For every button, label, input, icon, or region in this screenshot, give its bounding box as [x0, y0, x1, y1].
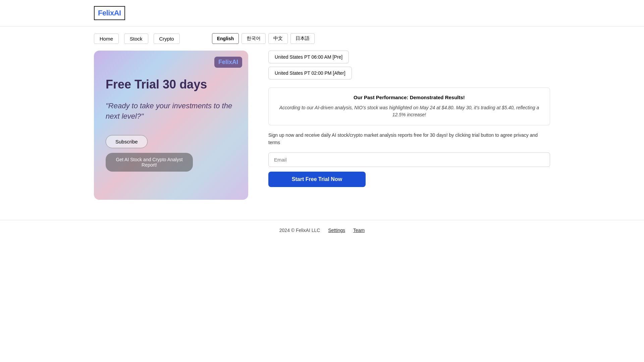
language-selector: English 한국어 中文 日本語	[212, 33, 315, 44]
banner-logo: FelixAI	[214, 57, 242, 68]
logo: FelixAI	[94, 6, 125, 20]
performance-title: Our Past Performance: Demonstrated Resul…	[277, 95, 542, 100]
performance-box: Our Past Performance: Demonstrated Resul…	[268, 87, 550, 125]
hero-banner: FelixAI Free Trial 30 days "Ready to tak…	[94, 51, 248, 200]
footer-settings-link[interactable]: Settings	[328, 228, 345, 233]
lang-japanese[interactable]: 日本語	[290, 33, 315, 44]
nav-stock[interactable]: Stock	[124, 34, 148, 44]
footer-copyright: 2024 © FelixAI LLC	[279, 228, 320, 233]
footer: 2024 © FelixAI LLC Settings Team	[0, 220, 644, 240]
nav: Home Stock Crypto English 한국어 中文 日本語	[0, 26, 644, 51]
start-trial-button[interactable]: Start Free Trial Now	[268, 172, 366, 187]
free-trial-subtitle: "Ready to take your investments to the n…	[106, 101, 236, 122]
header: FelixAI	[0, 0, 644, 26]
footer-team-link[interactable]: Team	[353, 228, 365, 233]
lang-english[interactable]: English	[212, 33, 239, 44]
lang-chinese[interactable]: 中文	[268, 33, 288, 44]
banner-logo-text: Felix	[218, 59, 232, 65]
nav-home[interactable]: Home	[94, 34, 119, 44]
right-panel: United States PT 06:00 AM [Pre] United S…	[268, 51, 550, 187]
free-trial-title: Free Trial 30 days	[106, 77, 236, 92]
get-report-button[interactable]: Get AI Stock and Crypto Analyst Report!	[106, 153, 193, 172]
email-field[interactable]	[268, 153, 550, 167]
lang-korean[interactable]: 한국어	[241, 33, 266, 44]
performance-text: According to our AI-driven analysis, NIO…	[277, 104, 542, 118]
nav-crypto[interactable]: Crypto	[154, 34, 180, 44]
subscribe-button[interactable]: Subscribe	[106, 135, 148, 148]
time-badge-pre: United States PT 06:00 AM [Pre]	[268, 51, 349, 63]
logo-text: Felix	[98, 9, 114, 17]
main-content: FelixAI Free Trial 30 days "Ready to tak…	[0, 51, 644, 200]
signup-description: Sign up now and receive daily AI stock/c…	[268, 131, 550, 146]
banner-logo-highlight: AI	[232, 59, 238, 65]
logo-highlight: AI	[114, 9, 121, 17]
time-badge-after: United States PT 02:00 PM [After]	[268, 67, 352, 79]
